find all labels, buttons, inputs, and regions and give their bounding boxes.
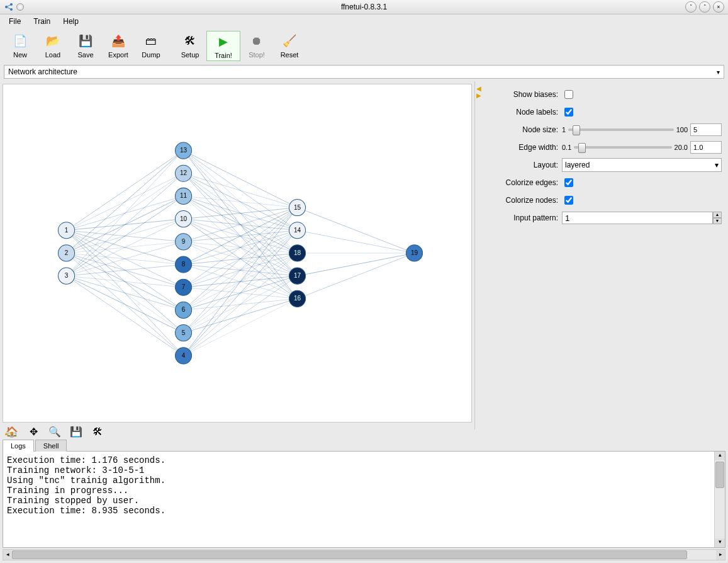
new-button[interactable]: 📄New (4, 31, 36, 60)
maximize-button[interactable]: ˄ (699, 1, 710, 13)
folder-open-icon: 📂 (44, 32, 62, 50)
export-button[interactable]: 📤Export (102, 31, 135, 60)
setup-button[interactable]: 🛠Setup (174, 31, 206, 60)
chevron-down-icon: ▾ (717, 69, 720, 76)
svg-line-86 (298, 208, 415, 253)
svg-line-28 (67, 276, 184, 287)
titlebar-status-icon (16, 3, 24, 11)
scroll-left-icon[interactable]: ◂ (3, 550, 12, 560)
label-node-labels: Node labels: (489, 108, 562, 117)
svg-text:2: 2 (65, 249, 69, 256)
svg-text:9: 9 (182, 238, 186, 245)
tools-icon: 🛠 (181, 32, 199, 50)
dump-button[interactable]: 🗃Dump (135, 31, 167, 60)
window-title: ffnetui-0.8.3.1 (341, 3, 387, 11)
input-pattern-input[interactable] (562, 212, 713, 224)
svg-line-80 (184, 151, 298, 230)
svg-line-29 (67, 264, 184, 276)
svg-line-57 (184, 264, 298, 299)
svg-line-31 (67, 219, 184, 276)
svg-line-87 (298, 253, 415, 299)
menu-train[interactable]: Train (27, 15, 57, 28)
svg-line-77 (184, 173, 298, 299)
node-size-slider[interactable] (568, 128, 674, 131)
stop-icon: ⏺ (248, 32, 266, 50)
toolbar: 📄New 📂Load 💾Save 📤Export 🗃Dump 🛠Setup ▶T… (0, 28, 728, 64)
svg-line-33 (67, 173, 184, 276)
svg-text:10: 10 (180, 215, 188, 222)
svg-text:1: 1 (65, 227, 69, 234)
label-edge-width: Edge width: (489, 143, 562, 152)
svg-text:7: 7 (182, 283, 186, 290)
menu-help[interactable]: Help (57, 15, 85, 28)
spin-down-icon[interactable]: ▼ (713, 218, 722, 224)
horizontal-splitter[interactable]: ▲▼ (0, 429, 728, 437)
log-output: Execution time: 1.176 seconds. Training … (3, 452, 714, 547)
svg-line-14 (67, 151, 184, 230)
svg-text:4: 4 (182, 352, 186, 359)
load-button[interactable]: 📂Load (36, 31, 69, 60)
scroll-down-icon[interactable]: ▾ (715, 538, 725, 547)
chevron-down-icon: ▾ (715, 161, 719, 169)
svg-text:19: 19 (411, 249, 418, 256)
view-selector[interactable]: Network architecture ▾ (4, 65, 724, 79)
menu-file[interactable]: File (3, 15, 27, 28)
tab-shell[interactable]: Shell (35, 440, 67, 452)
broom-icon: 🧹 (281, 32, 298, 50)
svg-text:3: 3 (65, 272, 69, 279)
label-show-biases: Show biases: (489, 90, 562, 99)
node-labels-checkbox[interactable] (564, 108, 573, 117)
titlebar: ffnetui-0.8.3.1 ˅ ˄ × (0, 0, 728, 14)
svg-line-72 (184, 196, 298, 299)
dump-icon: 🗃 (142, 32, 160, 50)
menubar: File Train Help (0, 14, 728, 28)
log-vertical-scrollbar[interactable]: ▴ ▾ (714, 452, 725, 547)
svg-text:15: 15 (294, 204, 301, 211)
svg-text:8: 8 (182, 261, 186, 268)
svg-line-62 (184, 242, 298, 299)
svg-line-88 (298, 253, 415, 276)
label-colorize-edges: Colorize edges: (489, 178, 562, 187)
network-canvas[interactable]: 12345678910111213141516171819 (3, 84, 472, 423)
scroll-up-icon[interactable]: ▴ (715, 452, 725, 460)
train-button[interactable]: ▶Train! (206, 31, 240, 61)
minimize-button[interactable]: ˅ (685, 1, 697, 13)
edge-width-slider[interactable] (574, 146, 671, 149)
save-button[interactable]: 💾Save (69, 31, 102, 60)
scroll-right-icon[interactable]: ▸ (716, 550, 725, 560)
svg-text:17: 17 (294, 272, 301, 279)
svg-line-81 (184, 151, 298, 207)
svg-text:16: 16 (294, 295, 301, 302)
svg-line-3 (6, 4, 11, 7)
stop-button[interactable]: ⏺Stop! (240, 31, 273, 60)
view-selector-value: Network architecture (8, 67, 77, 76)
svg-line-32 (67, 196, 184, 276)
svg-line-24 (67, 151, 184, 253)
log-horizontal-scrollbar[interactable]: ◂ ▸ (3, 549, 725, 560)
export-icon: 📤 (109, 32, 127, 50)
label-node-size: Node size: (489, 125, 562, 134)
svg-line-37 (184, 299, 298, 355)
vertical-splitter[interactable]: ◀▶ (475, 81, 483, 429)
label-layout: Layout: (489, 161, 562, 169)
svg-line-82 (184, 151, 298, 299)
svg-text:5: 5 (182, 329, 186, 336)
reset-button[interactable]: 🧹Reset (273, 31, 306, 60)
svg-line-42 (184, 299, 298, 333)
tab-logs[interactable]: Logs (3, 440, 34, 452)
save-icon: 💾 (77, 32, 94, 50)
properties-panel: Show biases: Node labels: Node size: 110… (483, 81, 728, 429)
show-biases-checkbox[interactable] (564, 90, 573, 99)
svg-text:6: 6 (182, 306, 186, 313)
new-file-icon: 📄 (11, 32, 29, 50)
layout-select[interactable]: layered▾ (562, 158, 722, 172)
spin-up-icon[interactable]: ▲ (713, 212, 722, 218)
edge-width-input[interactable] (690, 141, 722, 154)
colorize-edges-checkbox[interactable] (564, 178, 573, 187)
close-button[interactable]: × (713, 1, 724, 13)
colorize-nodes-checkbox[interactable] (564, 196, 573, 205)
svg-line-67 (184, 219, 298, 299)
svg-text:13: 13 (180, 147, 188, 154)
node-size-input[interactable] (690, 123, 722, 136)
svg-line-25 (67, 276, 184, 356)
